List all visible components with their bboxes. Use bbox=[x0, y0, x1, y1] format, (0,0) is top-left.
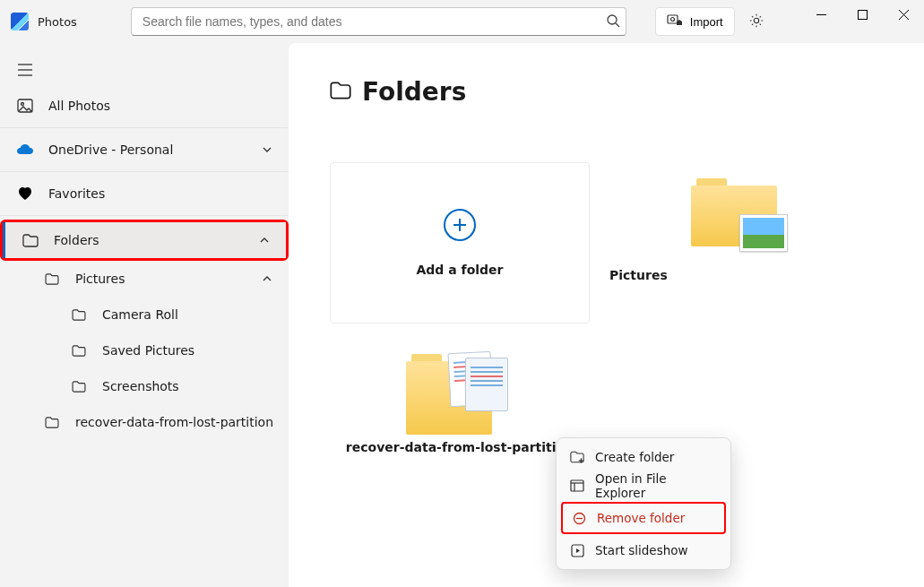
annotation-highlight: Remove folder bbox=[561, 502, 726, 534]
folder-card-pictures[interactable]: Pictures bbox=[604, 162, 864, 324]
svg-point-13 bbox=[22, 103, 24, 106]
sidebar-item-label: Screenshots bbox=[102, 379, 179, 393]
folder-icon bbox=[22, 234, 39, 247]
import-icon bbox=[667, 13, 683, 31]
folder-icon bbox=[70, 381, 88, 393]
sidebar-item-recover-folder[interactable]: recover-data-from-lost-partition bbox=[0, 404, 289, 440]
window-controls bbox=[800, 0, 924, 43]
maximize-button[interactable] bbox=[842, 0, 883, 29]
card-label: Add a folder bbox=[416, 263, 503, 277]
folder-icon bbox=[70, 345, 88, 357]
hamburger-button[interactable] bbox=[0, 52, 289, 88]
ctx-start-slideshow[interactable]: Start slideshow bbox=[561, 536, 726, 565]
folder-docs-icon bbox=[406, 349, 514, 435]
sidebar-item-label: Camera Roll bbox=[102, 307, 178, 322]
ctx-label: Create folder bbox=[595, 450, 674, 464]
svg-point-4 bbox=[754, 18, 758, 22]
play-circle-icon bbox=[570, 543, 584, 557]
explorer-icon bbox=[570, 479, 584, 493]
sidebar-item-camera-roll[interactable]: Camera Roll bbox=[0, 297, 289, 332]
svg-rect-2 bbox=[668, 15, 678, 23]
ctx-label: Open in File Explorer bbox=[595, 471, 717, 500]
sidebar-item-screenshots[interactable]: Screenshots bbox=[0, 368, 289, 404]
ctx-create-folder[interactable]: Create folder bbox=[561, 443, 726, 471]
separator bbox=[0, 215, 289, 216]
annotation-highlight: Folders bbox=[0, 220, 289, 261]
chevron-up-icon bbox=[257, 233, 272, 247]
settings-button[interactable] bbox=[740, 7, 773, 36]
folder-plus-icon bbox=[570, 450, 584, 464]
minimize-button[interactable] bbox=[800, 0, 842, 29]
sidebar-item-pictures[interactable]: Pictures bbox=[0, 261, 289, 297]
folder-icon bbox=[330, 82, 351, 102]
ctx-remove-folder[interactable]: Remove folder bbox=[563, 504, 724, 532]
sidebar-item-label: recover-data-from-lost-partition bbox=[75, 415, 273, 429]
folder-thumb-icon bbox=[691, 178, 777, 246]
svg-rect-18 bbox=[571, 480, 583, 491]
close-button[interactable] bbox=[883, 0, 924, 29]
ctx-label: Remove folder bbox=[597, 511, 685, 525]
folder-icon bbox=[43, 273, 61, 285]
photo-icon bbox=[16, 99, 34, 113]
sidebar-item-label: Folders bbox=[54, 233, 99, 247]
ctx-open-explorer[interactable]: Open in File Explorer bbox=[561, 471, 726, 500]
sidebar-item-label: Saved Pictures bbox=[102, 343, 194, 358]
add-folder-card[interactable]: Add a folder bbox=[330, 162, 590, 324]
page-title: Folders bbox=[362, 77, 466, 107]
page-header: Folders bbox=[330, 77, 883, 107]
svg-point-3 bbox=[670, 17, 674, 21]
sidebar-item-label: All Photos bbox=[48, 99, 110, 113]
folder-card-recover[interactable]: recover-data-from-lost-partition bbox=[330, 343, 590, 505]
chevron-down-icon bbox=[260, 142, 274, 157]
heart-icon bbox=[16, 186, 34, 201]
plus-circle-icon bbox=[444, 209, 476, 241]
sidebar-item-saved-pictures[interactable]: Saved Pictures bbox=[0, 332, 289, 368]
sidebar-item-label: Favorites bbox=[48, 186, 105, 201]
separator bbox=[0, 171, 289, 172]
sidebar-item-label: OneDrive - Personal bbox=[48, 142, 173, 157]
separator bbox=[0, 127, 289, 128]
sidebar: All Photos OneDrive - Personal Favorites bbox=[0, 43, 289, 587]
chevron-up-icon bbox=[260, 272, 274, 286]
import-label: Import bbox=[690, 15, 723, 29]
remove-circle-icon bbox=[572, 511, 586, 525]
sidebar-item-folders[interactable]: Folders bbox=[3, 222, 286, 258]
app-title: Photos bbox=[38, 15, 77, 29]
folder-icon bbox=[43, 417, 61, 428]
ctx-label: Start slideshow bbox=[595, 543, 688, 557]
folder-icon bbox=[70, 309, 88, 321]
svg-rect-6 bbox=[858, 10, 867, 19]
search-input[interactable] bbox=[142, 14, 606, 29]
titlebar: Photos Import bbox=[0, 0, 924, 43]
onedrive-icon bbox=[16, 143, 34, 156]
sidebar-item-label: Pictures bbox=[75, 272, 125, 286]
sidebar-item-all-photos[interactable]: All Photos bbox=[0, 88, 289, 124]
search-box[interactable] bbox=[131, 7, 626, 36]
search-icon[interactable] bbox=[606, 13, 620, 30]
context-menu: Create folder Open in File Explorer Remo… bbox=[556, 437, 731, 570]
app-logo-icon bbox=[11, 13, 29, 30]
card-label: recover-data-from-lost-partition bbox=[346, 440, 574, 454]
card-label: Pictures bbox=[609, 268, 668, 282]
svg-point-0 bbox=[608, 15, 617, 24]
import-button[interactable]: Import bbox=[655, 7, 735, 36]
svg-line-1 bbox=[616, 23, 619, 27]
hamburger-icon bbox=[16, 64, 34, 76]
sidebar-item-onedrive[interactable]: OneDrive - Personal bbox=[0, 132, 289, 168]
gear-icon bbox=[748, 13, 764, 31]
sidebar-item-favorites[interactable]: Favorites bbox=[0, 176, 289, 211]
